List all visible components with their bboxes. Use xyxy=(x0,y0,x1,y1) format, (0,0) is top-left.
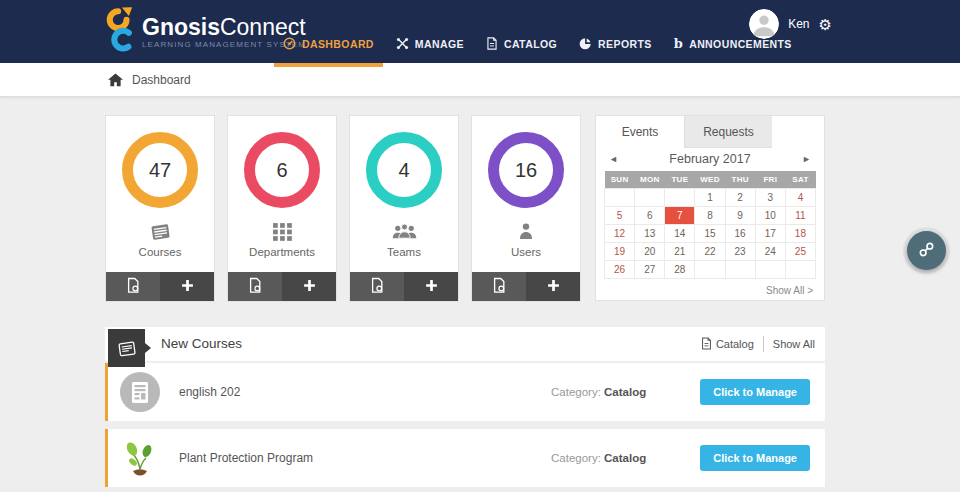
show-all-link[interactable]: Show All xyxy=(773,338,815,350)
stat-ring: 4 xyxy=(366,132,442,208)
calendar-day-header: FRI xyxy=(755,171,785,189)
calendar-day[interactable]: 3 xyxy=(755,189,785,207)
user-name[interactable]: Ken xyxy=(788,17,809,31)
report-file-icon xyxy=(492,277,506,297)
calendar-day[interactable]: 8 xyxy=(695,207,725,225)
calendar-day-header: SUN xyxy=(605,171,635,189)
course-category: Category: Catalog xyxy=(551,452,699,464)
nav-item-catalog[interactable]: CATALOG xyxy=(475,37,568,63)
calendar-day xyxy=(785,261,815,279)
calendar-day[interactable]: 28 xyxy=(665,261,695,279)
report-button[interactable] xyxy=(106,272,160,301)
calendar-day[interactable]: 16 xyxy=(725,225,755,243)
gear-icon[interactable]: ⚙ xyxy=(819,17,832,32)
calendar-day xyxy=(725,261,755,279)
plant-avatar xyxy=(120,438,160,478)
nav-item-dashboard[interactable]: DASHBOARD xyxy=(272,37,385,63)
main-nav: DASHBOARDMANAGECATALOGREPORTSbANNOUNCEME… xyxy=(272,37,803,63)
calendar-day[interactable]: 10 xyxy=(755,207,785,225)
calendar-day[interactable]: 18 xyxy=(785,225,815,243)
prev-month-arrow[interactable]: ◄ xyxy=(609,154,618,164)
calendar-day[interactable]: 14 xyxy=(665,225,695,243)
course-name[interactable]: Plant Protection Program xyxy=(179,451,551,465)
course-row: english 202Category: CatalogClick to Man… xyxy=(105,363,825,421)
tab-requests[interactable]: Requests xyxy=(684,116,772,148)
calendar-day[interactable]: 2 xyxy=(725,189,755,207)
calendar-day[interactable]: 19 xyxy=(605,243,635,261)
user-avatar[interactable] xyxy=(749,9,779,39)
nav-item-manage[interactable]: MANAGE xyxy=(385,37,475,63)
click-to-manage-button[interactable]: Click to Manage xyxy=(700,379,810,405)
calendar-day[interactable]: 22 xyxy=(695,243,725,261)
course-list: english 202Category: CatalogClick to Man… xyxy=(105,363,825,487)
breadcrumb-label[interactable]: Dashboard xyxy=(132,73,191,87)
calendar-day[interactable]: 11 xyxy=(785,207,815,225)
calendar-day xyxy=(665,189,695,207)
card-actions xyxy=(106,272,214,301)
calendar-day[interactable]: 20 xyxy=(635,243,665,261)
report-file-icon xyxy=(370,277,384,297)
stat-ring: 47 xyxy=(122,132,198,208)
calendar-day[interactable]: 24 xyxy=(755,243,785,261)
add-button[interactable] xyxy=(282,272,336,301)
report-button[interactable] xyxy=(350,272,404,301)
calendar-day[interactable]: 5 xyxy=(605,207,635,225)
calendar-day[interactable]: 25 xyxy=(785,243,815,261)
calendar-day[interactable]: 4 xyxy=(785,189,815,207)
stat-card-departments: 6Departments xyxy=(227,115,337,302)
calendar-day[interactable]: 13 xyxy=(635,225,665,243)
divider xyxy=(763,336,764,352)
calendar-month-header: ◄ February 2017 ► xyxy=(596,148,824,169)
course-row: Plant Protection ProgramCategory: Catalo… xyxy=(105,429,825,487)
stat-card-users: 16Users xyxy=(471,115,581,302)
stat-label: Courses xyxy=(106,246,214,258)
calendar-day[interactable]: 27 xyxy=(635,261,665,279)
course-name[interactable]: english 202 xyxy=(179,385,551,399)
nav-item-reports[interactable]: REPORTS xyxy=(568,37,663,63)
calendar-day[interactable]: 6 xyxy=(635,207,665,225)
grid-icon xyxy=(228,219,336,243)
stat-ring: 6 xyxy=(244,132,320,208)
calendar-day[interactable]: 26 xyxy=(605,261,635,279)
calendar-panel: Events Requests ◄ February 2017 ► SUNMON… xyxy=(595,115,825,301)
reports-icon xyxy=(579,37,592,50)
document-icon xyxy=(701,337,712,352)
calendar-day xyxy=(635,189,665,207)
calendar-day[interactable]: 23 xyxy=(725,243,755,261)
dashboard-icon xyxy=(283,37,296,50)
add-button[interactable] xyxy=(404,272,458,301)
click-to-manage-button[interactable]: Click to Manage xyxy=(700,445,810,471)
add-button[interactable] xyxy=(160,272,214,301)
app-title: GnosisConnect xyxy=(142,15,306,39)
next-month-arrow[interactable]: ► xyxy=(802,154,811,164)
stat-card-teams: 4Teams xyxy=(349,115,459,302)
calendar-day xyxy=(695,261,725,279)
calendar-day[interactable]: 17 xyxy=(755,225,785,243)
home-icon[interactable] xyxy=(108,73,123,87)
calendar-show-all-link[interactable]: Show All > xyxy=(596,279,824,302)
person-icon xyxy=(472,219,580,243)
calendar-day[interactable]: 12 xyxy=(605,225,635,243)
calendar-day[interactable]: 1 xyxy=(695,189,725,207)
calendar-month-label: February 2017 xyxy=(669,152,750,166)
report-file-icon xyxy=(126,277,140,297)
stat-ring: 16 xyxy=(488,132,564,208)
add-button[interactable] xyxy=(526,272,580,301)
tab-events[interactable]: Events xyxy=(596,116,684,148)
catalog-link[interactable]: Catalog xyxy=(701,337,754,352)
calendar-day[interactable]: 21 xyxy=(665,243,695,261)
calendar-day[interactable]: 9 xyxy=(725,207,755,225)
nav-item-announcements[interactable]: bANNOUNCEMENTS xyxy=(663,37,803,63)
stat-count: 16 xyxy=(515,159,537,182)
top-navbar: GnosisConnect LEARNING MANAGEMENT SYSTEM… xyxy=(0,0,960,63)
quick-links-button[interactable] xyxy=(907,231,946,270)
plus-icon xyxy=(547,279,560,295)
book-icon xyxy=(106,219,214,243)
report-button[interactable] xyxy=(228,272,282,301)
stat-label: Teams xyxy=(350,246,458,258)
link-icon xyxy=(918,241,935,261)
calendar-day[interactable]: 15 xyxy=(695,225,725,243)
stat-label: Users xyxy=(472,246,580,258)
calendar-day[interactable]: 7 xyxy=(665,207,695,225)
report-button[interactable] xyxy=(472,272,526,301)
